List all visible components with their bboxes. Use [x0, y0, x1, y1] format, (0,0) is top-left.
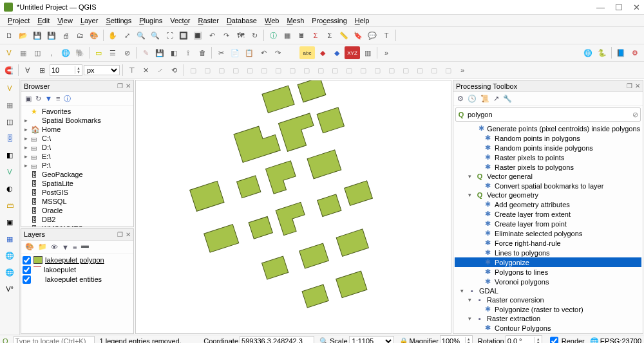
- minimize-button[interactable]: —: [596, 3, 605, 12]
- cut-button[interactable]: ✂: [214, 46, 227, 59]
- zoom-next-button[interactable]: ↷: [220, 29, 232, 42]
- snap-tolerance[interactable]: ▲▼: [50, 64, 82, 76]
- processing-item[interactable]: ▾▪Raster extraction: [455, 314, 641, 323]
- plugin-2-button[interactable]: ◆: [330, 46, 343, 59]
- menu-layer[interactable]: Layer: [77, 15, 102, 26]
- plugin-manager-button[interactable]: ⚙: [629, 46, 641, 59]
- menu-edit[interactable]: Edit: [33, 15, 53, 26]
- more-button[interactable]: »: [380, 46, 393, 59]
- pan-button[interactable]: ✋: [106, 29, 119, 42]
- snap-intersection-button[interactable]: ✕: [140, 64, 153, 77]
- layer-item[interactable]: lakoepulet: [23, 265, 132, 275]
- self-snap-button[interactable]: ⟲: [168, 64, 181, 77]
- browser-add-button[interactable]: ▣: [25, 95, 32, 103]
- processing-item[interactable]: ✱Raster pixels to points: [455, 153, 641, 162]
- new-mesh-button[interactable]: ◧: [3, 149, 16, 162]
- menu-help[interactable]: Help: [351, 15, 374, 26]
- processing-search[interactable]: Q ⊘: [455, 107, 641, 122]
- processing-item[interactable]: ✱Lines to polygons: [455, 248, 641, 257]
- zoom-full-button[interactable]: ⛶: [163, 29, 176, 42]
- menu-mesh[interactable]: Mesh: [283, 15, 308, 26]
- raster-source-button[interactable]: ▦: [3, 232, 16, 245]
- zoom-layer-button[interactable]: 🔳: [191, 29, 204, 42]
- layers-tree[interactable]: lakoepulet polygonlakoepuletlakoepulet e…: [21, 254, 133, 333]
- new-geopackage-button[interactable]: ◫: [3, 115, 16, 128]
- redo-button[interactable]: ↷: [271, 46, 284, 59]
- browser-filter-button[interactable]: ▼: [45, 95, 52, 102]
- layers-styling-button[interactable]: 🎨: [25, 243, 34, 251]
- menu-web[interactable]: Web: [261, 15, 283, 26]
- zoom-last-button[interactable]: ↶: [205, 29, 218, 42]
- browser-close-button[interactable]: ✕: [126, 82, 131, 89]
- layer-visibility-checkbox[interactable]: [23, 266, 31, 274]
- browser-item[interactable]: ▸D:\: [23, 143, 132, 152]
- browser-item[interactable]: Oracle: [23, 206, 132, 215]
- browser-item[interactable]: PostGIS: [23, 188, 132, 197]
- field-calc-button[interactable]: 🖩: [295, 29, 308, 42]
- layers-undock-button[interactable]: ❐: [117, 231, 123, 238]
- save-as-button[interactable]: 💾: [45, 29, 58, 42]
- print-layout-button[interactable]: 🖨: [59, 29, 72, 42]
- layer-visibility-checkbox[interactable]: [23, 256, 31, 264]
- add-vector-button[interactable]: V: [3, 46, 15, 59]
- new-map-view-button[interactable]: 🗺: [234, 29, 247, 42]
- browser-item[interactable]: DB2: [23, 215, 132, 224]
- processing-history-button[interactable]: 🕓: [468, 95, 477, 103]
- layers-remove-button[interactable]: ➖: [80, 243, 90, 251]
- layers-filter-button[interactable]: ▼: [62, 243, 69, 251]
- menu-plugins[interactable]: Plugins: [135, 15, 166, 26]
- wfs-source-button[interactable]: 🌐: [3, 249, 16, 262]
- browser-item[interactable]: ★Favorites: [23, 107, 132, 116]
- processing-model-button[interactable]: ⚙: [457, 95, 464, 103]
- new-memory-button[interactable]: ▣: [3, 216, 16, 228]
- python-console-button[interactable]: 🐍: [596, 46, 609, 59]
- browser-undock-button[interactable]: ❐: [117, 82, 123, 89]
- browser-item[interactable]: ▸E:\: [23, 152, 132, 161]
- pan-to-selection-button[interactable]: ⤢: [120, 29, 133, 42]
- add-mesh-button[interactable]: ◫: [31, 46, 44, 59]
- select-features-button[interactable]: ▭: [92, 46, 105, 59]
- crs-button[interactable]: 🌐EPSG:23700: [590, 337, 641, 344]
- processing-item[interactable]: ✱Voronoi polygons: [455, 277, 641, 286]
- processing-item[interactable]: ✱Convert spatial bookmarks to layer: [455, 181, 641, 190]
- save-edits-button[interactable]: 💾: [153, 46, 166, 59]
- plugin-1-button[interactable]: ◆: [316, 46, 329, 59]
- processing-results-button[interactable]: ↗: [493, 95, 499, 103]
- paste-button[interactable]: 📋: [243, 46, 256, 59]
- browser-item[interactable]: ▸P:\: [23, 161, 132, 170]
- new-vector-layer-button[interactable]: V: [3, 82, 16, 95]
- style-manager-button[interactable]: 🎨: [88, 29, 100, 42]
- add-feature-button[interactable]: ◧: [167, 46, 180, 59]
- save-project-button[interactable]: 💾: [31, 29, 44, 42]
- menu-processing[interactable]: Processing: [308, 15, 350, 26]
- topo-edit-button[interactable]: ⊤: [126, 64, 138, 77]
- measure-button[interactable]: 📏: [337, 29, 350, 42]
- processing-item[interactable]: ▾▪GDAL: [455, 286, 641, 295]
- attr-table-button[interactable]: ▦: [281, 29, 294, 42]
- text-annotation-button[interactable]: T: [380, 29, 393, 42]
- data-source-button[interactable]: 🗃: [3, 199, 16, 212]
- menu-view[interactable]: View: [53, 15, 77, 26]
- menu-raster[interactable]: Raster: [194, 15, 222, 26]
- add-wms-button[interactable]: 🌐: [59, 46, 72, 59]
- virtual-layer-button[interactable]: V°: [3, 283, 16, 295]
- processing-close-button[interactable]: ✕: [635, 82, 640, 89]
- copy-button[interactable]: 📄: [229, 46, 242, 59]
- deselect-button[interactable]: ⊘: [120, 46, 133, 59]
- menu-settings[interactable]: Settings: [102, 15, 135, 26]
- layers-visibility-button[interactable]: 👁: [51, 243, 58, 251]
- trace-button[interactable]: ⟋: [154, 64, 167, 77]
- browser-item[interactable]: ▸Spatial Bookmarks: [23, 116, 132, 125]
- menu-vector[interactable]: Vector: [166, 15, 194, 26]
- processing-item[interactable]: ✱Polygonize (raster to vector): [455, 304, 641, 314]
- undo-button[interactable]: ↶: [257, 46, 270, 59]
- add-raster-button[interactable]: ▦: [17, 46, 30, 59]
- more-3-button[interactable]: »: [456, 64, 469, 77]
- plugin-3-button[interactable]: XYZ: [345, 46, 360, 59]
- abc-label-button[interactable]: abc: [299, 46, 315, 59]
- browser-refresh-button[interactable]: ↻: [35, 95, 41, 103]
- processing-item[interactable]: ✱Add geometry attributes: [455, 199, 641, 209]
- bookmark-button[interactable]: 🔖: [352, 29, 365, 42]
- processing-item[interactable]: ✱Polygons to lines: [455, 267, 641, 277]
- zoom-selection-button[interactable]: 🔲: [177, 29, 190, 42]
